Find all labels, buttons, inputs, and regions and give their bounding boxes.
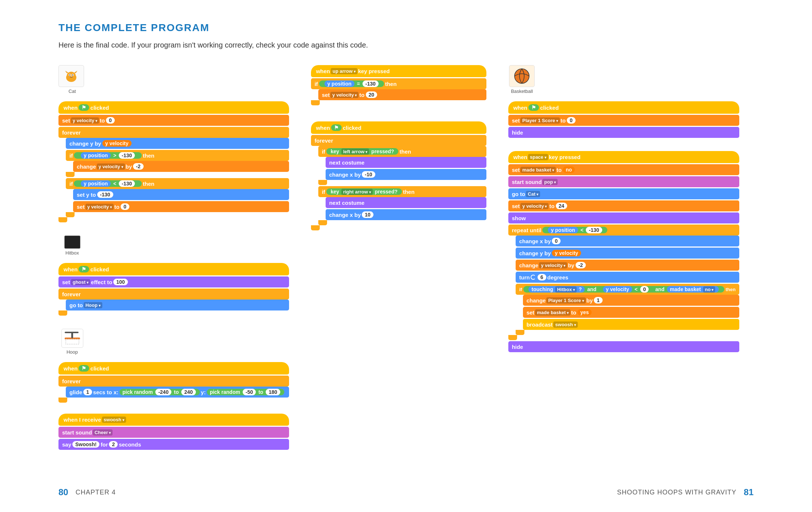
bb-when-space: when space key pressed [508,151,739,163]
basketball-script-2: when space key pressed set made basket t… [508,151,739,352]
forever-cap-1 [58,217,67,222]
bb-if-touch-block: if touching Hitbox ? and y velocity < 0 … [516,284,739,295]
hoop-sprite-label: Hoop [58,349,86,355]
bb-set-made-basket-no: set made basket to no [508,164,739,175]
hoop-forever: forever glide 1 secs to x: pick random -… [58,376,289,403]
svg-point-5 [72,75,73,76]
bb-change-score: change Player 1 Score by 1 [523,295,739,306]
if-y-pos-greater: if y position > -130 then change y veloc… [66,150,289,177]
if-y-pos-less: if y position < -130 then set y to -130 … [66,178,289,217]
hoop-sprite: Hoop [58,329,86,355]
when-up-arrow: when up arrow key pressed [311,65,486,77]
hitbox-sprite-label: Hitbox [58,250,86,256]
bb-repeat-until-block: repeat until y position < -130 [508,225,739,236]
bb-go-to-cat: go to Cat [508,188,739,199]
bb-turn-6: turn 6 degrees [516,272,739,283]
svg-rect-10 [65,332,79,333]
hoop-script: when ⚑ clicked forever glide 1 secs to x… [58,362,289,403]
page-subtitle: Here is the final code. If your program … [58,39,754,50]
svg-point-6 [71,76,72,77]
page-title: THE COMPLETE PROGRAM [58,22,754,34]
set-y-velocity: set y velocity to 0 [58,115,289,126]
hoop-forever-cap [58,398,67,403]
if-right-block: if key right arrow pressed? then [318,186,486,197]
forever-lr-block: forever [311,135,486,146]
hoop-glide: glide 1 secs to x: pick random -240 to 2… [66,387,289,398]
up-arrow-script: when up arrow key pressed if y position … [311,65,486,105]
change-x-neg10: change x by -10 [326,169,486,180]
if-right-arrow: if key right arrow pressed? then next co… [318,186,486,225]
hitbox-forever-block: forever [58,289,289,300]
hoop-forever-block: forever [58,376,289,387]
bb-set-made-basket-yes: set made basket to yes [523,307,739,318]
bb-if-cap [516,330,524,335]
change-x-pos10: change x by 10 [326,209,486,220]
basketball-sprite-label: Basketball [508,89,536,94]
cat-sprite-icon [58,65,84,87]
right-chapter-label: SHOOTING HOOPS WITH GRAVITY [617,489,737,496]
change-y-by-velocity: change y by y velocity [66,138,289,149]
set-y-neg130: set y to -130 [73,189,289,200]
bb-broadcast-swoosh: broadcast swoosh [523,319,739,330]
if-y-pos-neg130: if y position = -130 then [311,78,486,89]
bb-hide: hide [508,127,739,138]
forever-lr: forever if key left arrow pressed? then … [311,135,486,230]
hitbox-forever-cap [58,310,67,316]
if-left-block: if key left arrow pressed? then [318,146,486,157]
if-cap-2 [66,212,75,217]
bb-change-y-vel-neg2: change y velocity by -2 [516,260,739,271]
bb-hide-end: hide [508,341,739,352]
bb-repeat-until: repeat until y position < -130 change x … [508,225,739,340]
say-swoosh: say Swoosh! for 2 seconds [58,439,289,450]
if-cap-left [318,180,327,185]
right-column: Basketball when ⚑ clicked set Player 1 S… [508,65,739,352]
if-left-arrow: if key left arrow pressed? then next cos… [318,146,486,185]
hoop-when-clicked: when ⚑ clicked [58,362,289,374]
right-page-num: 81 [744,487,754,497]
cat-sprite-label: Cat [58,89,86,94]
forever-block-1: forever [58,127,289,138]
svg-point-4 [69,75,71,76]
hitbox-when-clicked: when ⚑ clicked [58,263,289,275]
if-cap-up [311,100,320,105]
hitbox-sprite-icon [64,236,80,249]
hitbox-script-1: when ⚑ clicked set ghost effect to 100 f… [58,263,289,316]
left-page-num: 80 [58,487,68,497]
set-y-vel-20: set y velocity to 20 [318,89,486,100]
middle-column: when up arrow key pressed if y position … [311,65,486,230]
bb-set-y-vel-24: set y velocity to 24 [508,200,739,211]
bb-change-x-0: change x by 0 [516,236,739,246]
bb-change-y-vel: change y by y velocity [516,248,739,259]
when-flag-clicked-1: when ⚑ clicked [58,101,289,114]
next-costume-right: next costume [326,197,486,208]
if-y-pos-block: if y position = -130 then set y velocity… [311,78,486,105]
page-numbers: 80 CHAPTER 4 SHOOTING HOOPS WITH GRAVITY… [0,487,812,497]
bb-start-sound-pop: start sound pop [508,176,739,187]
if-block-2: if y position < -130 then [66,178,289,189]
hitbox-forever: forever go to Hoop [58,289,289,316]
bb-set-score: set Player 1 Score to 0 [508,115,739,126]
set-ghost-effect: set ghost effect to 100 [58,276,289,287]
bb-if-touching: if touching Hitbox ? and y velocity < 0 … [516,284,739,335]
right-page-info: SHOOTING HOOPS WITH GRAVITY 81 [617,487,754,497]
hoop-sprite-icon [61,329,83,348]
bb-repeat-cap [508,335,517,340]
forever-lr-cap [311,225,320,230]
if-cap-right [318,220,327,225]
cat-script-1: when ⚑ clicked set y velocity to 0 forev… [58,101,289,222]
when-receive-swoosh: when I receive swoosh [58,414,289,426]
if-block-1: if y position > -130 then [66,150,289,161]
if-cap-1 [66,172,75,177]
hitbox-sprite: Hitbox [58,236,86,256]
page: THE COMPLETE PROGRAM Here is the final c… [0,0,812,512]
go-to-hoop: go to Hoop [66,300,289,310]
basketball-script-1: when ⚑ clicked set Player 1 Score to 0 h… [508,101,739,138]
set-y-velocity-0: set y velocity to 0 [73,201,289,212]
start-sound-cheer: start sound Cheer [58,427,289,438]
next-costume-left: next costume [326,157,486,168]
cat-sprite: Cat [58,65,86,94]
when-flag-clicked-2: when ⚑ clicked [311,121,486,134]
left-page-info: 80 CHAPTER 4 [58,487,116,497]
change-y-velocity-neg2: change y velocity by -2 [73,161,289,172]
svg-rect-8 [66,339,79,344]
